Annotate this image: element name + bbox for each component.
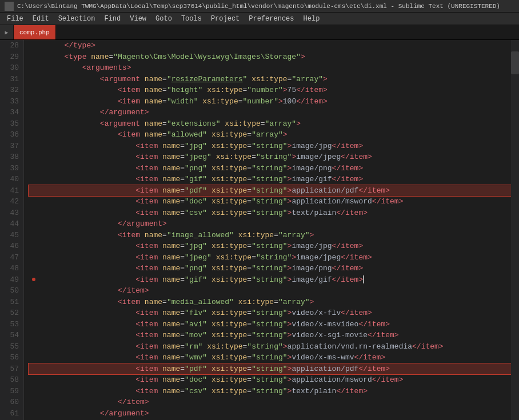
tab-scroll-left[interactable]: ▶	[0, 25, 14, 39]
code-line-35: <argument name="extensions" xsi:type="ar…	[29, 118, 511, 130]
code-line-53: <item name="avi" xsi:type="string">video…	[29, 319, 511, 330]
tab-comp-php[interactable]: comp.php	[14, 25, 56, 39]
menu-goto[interactable]: Goto	[151, 14, 177, 24]
menu-file[interactable]: File	[2, 14, 28, 24]
menu-view[interactable]: View	[125, 14, 151, 24]
code-line-29: <type name="Magento\Cms\Model\Wysiwyg\Im…	[29, 51, 511, 63]
code-area[interactable]: </type> <type name="Magento\Cms\Model\Wy…	[24, 40, 511, 420]
code-line-33: <item name="width" xsi:type="number">100…	[29, 96, 511, 107]
code-line-58: <item name="doc" xsi:type="string">appli…	[29, 374, 511, 386]
code-line-40: <item name="gif" xsi:type="string">image…	[29, 174, 511, 185]
code-line-38: <item name="jpeg" xsi:type="string">imag…	[29, 151, 511, 163]
code-line-36: <item name="allowed" xsi:type="array">	[29, 129, 511, 141]
tab-bar: ▶ comp.php	[0, 25, 519, 40]
menu-selection[interactable]: Selection	[54, 14, 100, 24]
menu-project[interactable]: Project	[206, 14, 244, 24]
menu-bar: File Edit Selection Find View Goto Tools…	[0, 13, 519, 25]
code-line-44: </argument>	[29, 218, 511, 230]
code-line-42: <item name="doc" xsi:type="string">appli…	[29, 196, 511, 207]
code-line-61: </argument>	[29, 408, 511, 419]
code-line-48: <item name="png" xsi:type="string">image…	[29, 263, 511, 274]
code-line-43: <item name="csv" xsi:type="string">text/…	[29, 207, 511, 219]
line-numbers: 28 29 30 31 32 33 34 35 36 37 38 39 40 4…	[0, 40, 24, 420]
scroll-thumb[interactable]	[511, 51, 519, 74]
code-line-60: </item>	[29, 397, 511, 408]
title-bar: C:\Users\Bintang TWMG\AppData\Local\Temp…	[0, 0, 519, 13]
scrollbar[interactable]	[511, 40, 519, 420]
code-line-49: <item name="gif" xsi:type="string">image…	[29, 274, 511, 286]
code-line-57: <item name="pdf" xsi:type="string">appli…	[29, 363, 511, 375]
code-line-39: <item name="png" xsi:type="string">image…	[29, 163, 511, 174]
menu-edit[interactable]: Edit	[28, 14, 54, 24]
code-line-46: <item name="jpg" xsi:type="string">image…	[29, 241, 511, 252]
code-line-51: <item name="media_allowed" xsi:type="arr…	[29, 297, 511, 308]
code-line-55: <item name="rm" xsi:type="string">applic…	[29, 341, 511, 353]
code-line-52: <item name="flv" xsi:type="string">video…	[29, 307, 511, 319]
code-line-59: <item name="csv" xsi:type="string">text/…	[29, 386, 511, 397]
code-line-34: </argument>	[29, 107, 511, 118]
code-line-31: <argument name="resizeParameters" xsi:ty…	[29, 74, 511, 85]
code-line-41: <item name="pdf" xsi:type="string">appli…	[29, 185, 511, 197]
code-line-28: </type>	[29, 40, 511, 51]
menu-help[interactable]: Help	[299, 14, 325, 24]
menu-tools[interactable]: Tools	[177, 14, 206, 24]
code-line-50: </item>	[29, 285, 511, 297]
code-line-47: <item name="jpeg" xsi:type="string">imag…	[29, 252, 511, 263]
editor: 28 29 30 31 32 33 34 35 36 37 38 39 40 4…	[0, 40, 519, 420]
code-line-45: <item name="image_allowed" xsi:type="arr…	[29, 230, 511, 241]
code-line-54: <item name="mov" xsi:type="string">video…	[29, 330, 511, 341]
code-line-56: <item name="wmv" xsi:type="string">video…	[29, 352, 511, 363]
code-line-32: <item name="height" xsi:type="number">75…	[29, 85, 511, 96]
code-line-37: <item name="jpg" xsi:type="string">image…	[29, 141, 511, 152]
app-icon	[5, 2, 14, 11]
menu-find[interactable]: Find	[99, 14, 125, 24]
code-line-30: <arguments>	[29, 62, 511, 74]
title-text: C:\Users\Bintang TWMG\AppData\Local\Temp…	[17, 3, 500, 10]
menu-preferences[interactable]: Preferences	[244, 14, 298, 24]
